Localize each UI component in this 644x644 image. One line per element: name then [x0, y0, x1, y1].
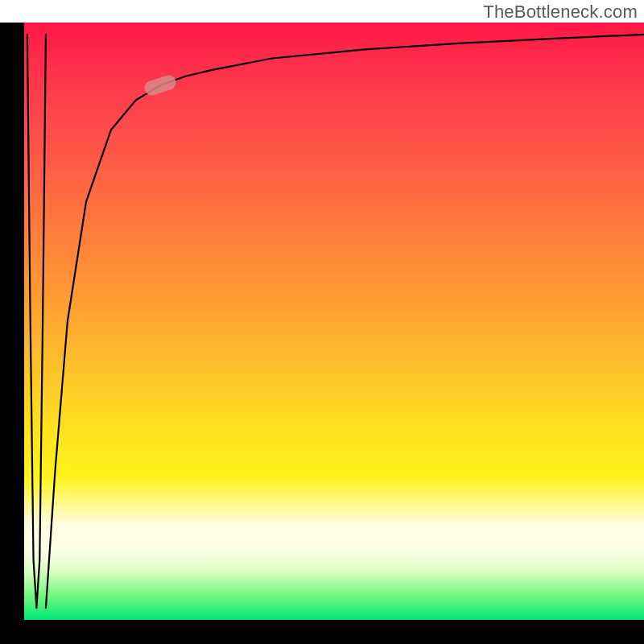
watermark-text: TheBottleneck.com	[483, 2, 638, 23]
spike-path	[27, 35, 46, 608]
curve-path	[46, 35, 644, 608]
plot-area	[24, 23, 644, 620]
chart-stage: TheBottleneck.com	[0, 0, 644, 644]
curve-layer	[24, 23, 644, 620]
plot-frame	[0, 23, 644, 644]
